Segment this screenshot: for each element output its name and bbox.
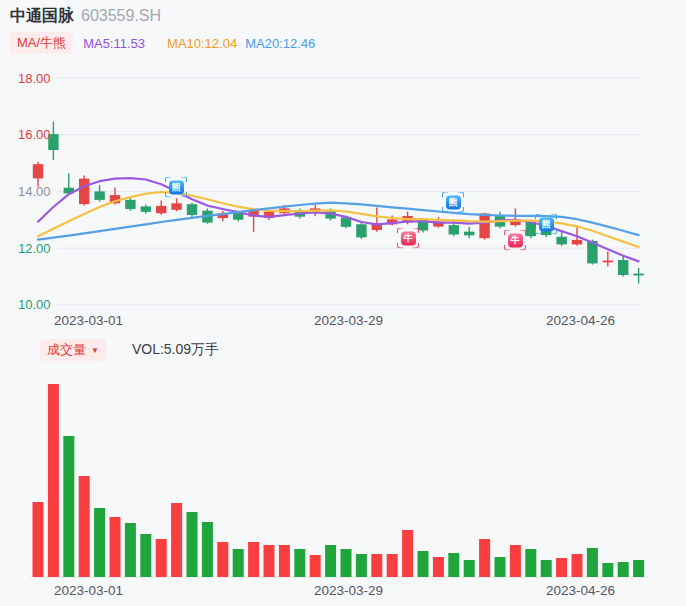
- volume-bar[interactable]: [202, 522, 213, 577]
- volume-bar[interactable]: [495, 557, 506, 577]
- date-tick-label: 2023-04-26: [546, 313, 615, 328]
- candle-body[interactable]: [187, 204, 197, 215]
- volume-bar[interactable]: [618, 562, 629, 577]
- volume-bar[interactable]: [448, 553, 459, 577]
- volume-indicator-toggle[interactable]: 成交量▼: [40, 339, 106, 361]
- bull-icon: 牛: [508, 233, 523, 247]
- bear-icon: 熊: [539, 217, 554, 231]
- volume-bar[interactable]: [264, 545, 275, 577]
- volume-bar[interactable]: [63, 436, 74, 577]
- candle-body[interactable]: [603, 261, 613, 263]
- volume-bar[interactable]: [248, 542, 259, 577]
- candle-body[interactable]: [141, 206, 151, 211]
- price-tick-label: 14.00: [18, 185, 58, 198]
- candle-body[interactable]: [156, 206, 166, 213]
- volume-bar[interactable]: [418, 551, 429, 577]
- volume-bar[interactable]: [325, 545, 336, 577]
- date-tick-label: 2023-03-29: [314, 313, 383, 328]
- bull-signal-marker[interactable]: 牛: [397, 228, 419, 249]
- candle-body[interactable]: [618, 260, 628, 275]
- volume-bar[interactable]: [572, 554, 583, 577]
- candle-body[interactable]: [33, 164, 43, 178]
- bear-signal-marker[interactable]: 熊: [535, 214, 557, 235]
- volume-bar[interactable]: [356, 554, 367, 577]
- volume-bar[interactable]: [371, 554, 382, 577]
- volume-bar[interactable]: [48, 384, 59, 577]
- volume-bar[interactable]: [233, 549, 244, 577]
- candle-body[interactable]: [79, 179, 89, 205]
- date-tick-label: 2023-04-26: [546, 583, 615, 598]
- volume-value: VOL:5.09万手: [132, 341, 219, 359]
- price-tick-label: 18.00: [18, 72, 58, 85]
- volume-bar[interactable]: [310, 555, 321, 577]
- candle-body[interactable]: [171, 203, 181, 210]
- stock-chart-app: 中通国脉603559.SH MA/牛熊 MA5:11.53 MA10:12.04…: [0, 0, 686, 606]
- bear-icon: 熊: [446, 195, 461, 209]
- bear-signal-marker[interactable]: 熊: [442, 192, 464, 213]
- volume-label: 成交量: [47, 341, 86, 359]
- candle-body[interactable]: [479, 214, 489, 239]
- volume-bar[interactable]: [79, 476, 90, 577]
- volume-bar[interactable]: [171, 503, 182, 577]
- price-tick-label: 16.00: [18, 128, 58, 141]
- volume-bar[interactable]: [602, 563, 613, 577]
- volume-bar[interactable]: [140, 534, 151, 577]
- bull-icon: 牛: [401, 231, 416, 245]
- candle-body[interactable]: [356, 224, 366, 237]
- volume-bar[interactable]: [633, 560, 644, 577]
- volume-bar[interactable]: [387, 554, 398, 577]
- bull-signal-marker[interactable]: 牛: [504, 230, 526, 251]
- candle-body[interactable]: [449, 225, 459, 234]
- volume-bar[interactable]: [479, 539, 490, 577]
- volume-bar[interactable]: [187, 512, 198, 577]
- volume-bar[interactable]: [279, 545, 290, 577]
- volume-bar[interactable]: [464, 560, 475, 577]
- volume-bar[interactable]: [33, 502, 44, 577]
- volume-bar[interactable]: [402, 530, 413, 577]
- volume-bar[interactable]: [510, 545, 521, 577]
- date-tick-label: 2023-03-01: [54, 583, 123, 598]
- date-tick-label: 2023-03-29: [314, 583, 383, 598]
- volume-bar[interactable]: [556, 558, 567, 577]
- volume-header-row: 成交量▼ VOL:5.09万手: [40, 339, 219, 361]
- candle-body[interactable]: [556, 237, 566, 245]
- candle-body[interactable]: [94, 191, 104, 200]
- caret-down-icon: ▼: [91, 346, 99, 355]
- kline-and-volume-canvas[interactable]: [0, 0, 686, 606]
- volume-bar[interactable]: [525, 549, 536, 577]
- volume-bar[interactable]: [341, 549, 352, 577]
- volume-bar[interactable]: [94, 508, 105, 577]
- bear-icon: 熊: [169, 180, 184, 194]
- volume-bar[interactable]: [156, 539, 167, 577]
- volume-bar[interactable]: [110, 517, 121, 577]
- volume-bar[interactable]: [587, 548, 598, 577]
- volume-bar[interactable]: [433, 557, 444, 577]
- price-tick-label: 10.00: [18, 298, 58, 311]
- bear-signal-marker[interactable]: 熊: [165, 177, 187, 198]
- volume-bar[interactable]: [125, 523, 136, 577]
- candle-body[interactable]: [633, 274, 643, 276]
- candle-body[interactable]: [125, 200, 135, 209]
- volume-bar[interactable]: [294, 549, 305, 577]
- volume-bar[interactable]: [541, 560, 552, 577]
- candle-body[interactable]: [464, 232, 474, 236]
- date-tick-label: 2023-03-01: [54, 313, 123, 328]
- price-tick-label: 12.00: [18, 242, 58, 255]
- candle-body[interactable]: [572, 240, 582, 245]
- volume-bar[interactable]: [217, 542, 228, 577]
